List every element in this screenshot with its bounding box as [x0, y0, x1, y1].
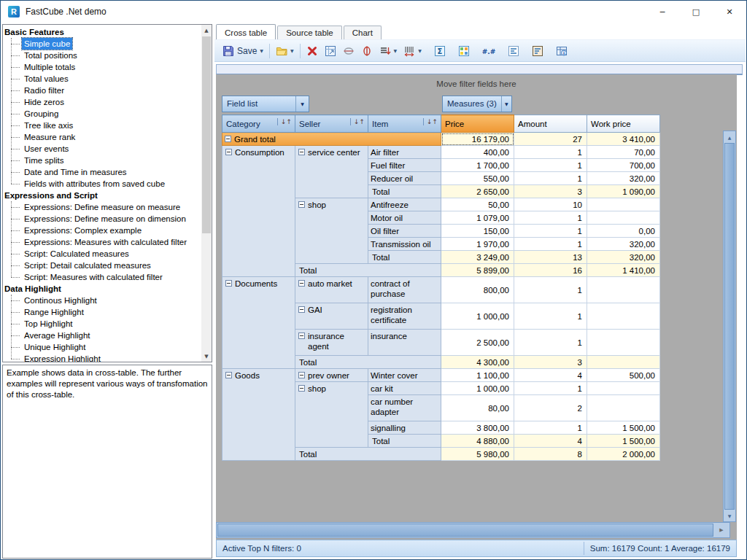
chevron-down-icon[interactable]: ▼	[394, 48, 398, 53]
tree-item-unique-highlight[interactable]: Unique Highlight	[4, 341, 200, 353]
pivot-value-cell[interactable]: 700,00	[587, 159, 660, 172]
column-width-button[interactable]: ▼	[401, 42, 424, 60]
pivot-row-header-cell[interactable]: shop	[295, 382, 368, 448]
hide-zero-rows-button[interactable]	[359, 42, 375, 60]
collapse-icon[interactable]	[298, 280, 305, 287]
pivot-row-header-cell[interactable]: service center	[295, 146, 368, 198]
pivot-row-header-cell[interactable]: Oil filter	[368, 225, 441, 238]
tree-item-multiple-totals[interactable]: Multiple totals	[4, 61, 200, 73]
pivot-row-header-cell[interactable]: Total	[295, 448, 441, 461]
collapse-icon[interactable]	[225, 372, 232, 378]
tree-item-time-splits[interactable]: Time splits	[4, 155, 200, 166]
tree-item-tree-like-axis[interactable]: Tree like axis	[4, 120, 200, 131]
pivot-value-cell[interactable]	[587, 198, 660, 211]
collapse-icon[interactable]	[225, 149, 232, 155]
chevron-down-icon[interactable]: ▼	[418, 48, 422, 53]
pivot-value-cell[interactable]	[587, 277, 660, 303]
pivot-value-cell[interactable]: 1	[514, 421, 587, 435]
pivot-value-cell[interactable]: 16 179,00	[441, 133, 514, 146]
save-button[interactable]: Save▼	[220, 42, 266, 60]
collapse-icon[interactable]	[225, 280, 232, 287]
tree-item-expressions-define-measure-on-dimension[interactable]: Expressions: Define measure on dimension	[4, 213, 200, 225]
scroll-down-icon[interactable]: ▼	[724, 510, 735, 521]
pivot-value-cell[interactable]: 16	[514, 264, 587, 277]
pivot-value-cell[interactable]: 2 650,00	[441, 185, 514, 198]
pivot-value-cell[interactable]: 1 000,00	[441, 303, 514, 330]
tree-item-total-values[interactable]: Total values	[4, 73, 200, 85]
pivot-value-cell[interactable]: 0,00	[587, 225, 660, 238]
pivot-value-cell[interactable]	[587, 330, 660, 356]
pivot-value-cell[interactable]: 1	[514, 159, 587, 172]
pivot-value-cell[interactable]	[587, 303, 660, 330]
pivot-value-cell[interactable]	[587, 382, 660, 395]
pivot-value-cell[interactable]: 80,00	[441, 395, 514, 421]
pivot-value-cell[interactable]: 1	[514, 211, 587, 225]
tab-chart[interactable]: Chart	[344, 26, 382, 39]
pivot-value-cell[interactable]: 1	[514, 330, 587, 356]
pivot-row-header-cell[interactable]: Documents	[222, 277, 295, 369]
tree-scroll-up-icon[interactable]: ▲	[201, 25, 212, 36]
vertical-scrollbar-thumb[interactable]	[724, 143, 735, 510]
pivot-row-header-cell[interactable]: Goods	[222, 369, 295, 461]
pivot-row-header-cell[interactable]: shop	[295, 198, 368, 264]
pivot-value-cell[interactable]: 8	[514, 448, 587, 461]
pivot-row-header-cell[interactable]: auto market	[295, 277, 368, 303]
pivot-value-cell[interactable]: 800,00	[441, 277, 514, 303]
collapse-icon[interactable]	[298, 201, 305, 208]
tree-scroll-down-icon[interactable]: ▼	[201, 351, 212, 362]
pivot-row-header-cell[interactable]: Total	[295, 356, 441, 369]
pivot-row-header-cell[interactable]: Air filter	[368, 146, 441, 159]
horizontal-scrollbar-thumb[interactable]	[217, 524, 713, 537]
pivot-row-header-cell[interactable]: Total	[295, 264, 441, 277]
align-button[interactable]	[506, 42, 522, 60]
column-header-item[interactable]: Item↓↑	[368, 115, 441, 133]
maximize-button[interactable]: □	[679, 1, 713, 23]
pivot-value-cell[interactable]: 320,00	[587, 238, 660, 251]
scroll-right-icon[interactable]: ▶	[714, 524, 729, 537]
pivot-value-cell[interactable]: 4 880,00	[441, 435, 514, 448]
pivot-value-cell[interactable]: 500,00	[587, 369, 660, 382]
pivot-value-cell[interactable]: 3 800,00	[441, 421, 514, 435]
scroll-up-icon[interactable]: ▲	[724, 132, 735, 142]
column-header-amount[interactable]: Amount	[514, 115, 587, 133]
pivot-row-header-cell[interactable]: insurance	[368, 330, 441, 356]
pivot-value-cell[interactable]	[587, 211, 660, 225]
tree-item-measure-rank[interactable]: Measure rank	[4, 131, 200, 143]
pivot-row-header-cell[interactable]: car number adapter	[368, 395, 441, 421]
pivot-row-header-cell[interactable]: Transmission oil	[368, 238, 441, 251]
clear-button[interactable]	[304, 42, 320, 60]
collapse-icon[interactable]	[298, 332, 305, 339]
pivot-value-cell[interactable]: 1	[514, 238, 587, 251]
pivot-value-cell[interactable]	[587, 395, 660, 421]
pivot-value-cell[interactable]	[587, 356, 660, 369]
pivot-row-header-cell[interactable]: prev owner	[295, 369, 368, 382]
column-header-category[interactable]: Category↓↑	[222, 115, 295, 133]
pivot-row-header-cell[interactable]: insurance agent	[295, 330, 368, 356]
pivot-value-cell[interactable]: 1 970,00	[441, 238, 514, 251]
tree-item-expressions-define-measure-on-measure[interactable]: Expressions: Define measure on measure	[4, 201, 200, 213]
tree-item-radio-filter[interactable]: Radio filter	[4, 85, 200, 96]
pivot-row-header-cell[interactable]: contract of purchase	[368, 277, 441, 303]
tree-item-script-measures-with-calculated-filter[interactable]: Script: Measures with calculated filter	[4, 271, 200, 283]
pivot-value-cell[interactable]: 2 000,00	[587, 448, 660, 461]
minimize-button[interactable]: ─	[646, 1, 679, 23]
sort-icon[interactable]: ↓↑	[350, 118, 366, 125]
pivot-row-header-cell[interactable]: Antifreeze	[368, 198, 441, 211]
pivot-value-cell[interactable]: 400,00	[441, 146, 514, 159]
column-header-seller[interactable]: Seller↓↑	[295, 115, 368, 133]
tree-item-expressions-complex-example[interactable]: Expressions: Complex example	[4, 225, 200, 236]
collapse-icon[interactable]	[298, 385, 305, 392]
tab-cross-table[interactable]: Cross table	[216, 24, 276, 39]
pivot-row-header-cell[interactable]: signalling	[368, 421, 441, 435]
tree-item-continous-highlight[interactable]: Continous Highlight	[4, 295, 200, 306]
tree-item-user-events[interactable]: User events	[4, 143, 200, 155]
collapse-icon[interactable]	[298, 149, 305, 155]
pivot-value-cell[interactable]: 2	[514, 395, 587, 421]
tree-item-expression-highlight[interactable]: Expression Highlight	[4, 353, 200, 362]
pivot-value-cell[interactable]: 27	[514, 133, 587, 146]
tab-source-table[interactable]: Source table	[277, 26, 342, 39]
close-button[interactable]: ✕	[713, 1, 746, 23]
pivot-row-header-cell[interactable]: Winter cover	[368, 369, 441, 382]
collapse-icon[interactable]	[298, 306, 305, 313]
pivot-value-cell[interactable]: 70,00	[587, 146, 660, 159]
